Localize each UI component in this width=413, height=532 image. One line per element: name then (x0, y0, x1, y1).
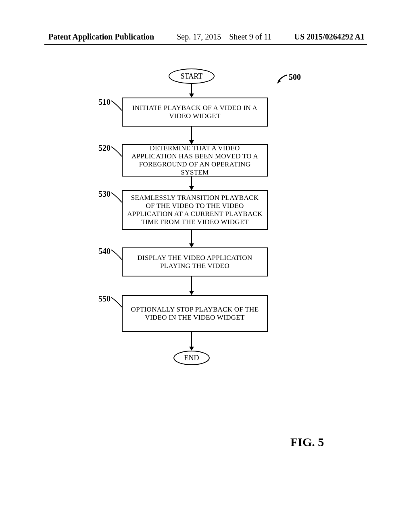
step-label-520: 520 (98, 143, 111, 153)
step-text-550: OPTIONALLY STOP PLAYBACK OF THE VIDEO IN… (127, 305, 263, 322)
step-text-530: SEAMLESSLY TRANSITION PLAYBACK OF THE VI… (127, 194, 263, 226)
arrow-530-to-540 (188, 230, 195, 248)
callout-line-530 (111, 193, 123, 209)
step-box-510: INITIATE PLAYBACK OF A VIDEO IN A VIDEO … (122, 98, 268, 127)
figure-ref-number: 500 (289, 73, 301, 82)
step-box-520: DETERMINE THAT A VIDEO APPLICATION HAS B… (122, 144, 268, 177)
end-label: END (184, 354, 199, 362)
callout-line-540 (111, 250, 123, 266)
flowchart-diagram: START 500 INITIATE PLAYBACK OF A VIDEO I… (0, 69, 413, 399)
figure-ref-arrow-icon (276, 74, 288, 85)
arrow-510-to-520 (188, 127, 195, 145)
step-text-540: DISPLAY THE VIDEO APPLICATION PLAYING TH… (127, 254, 263, 270)
header-sheet: Sheet 9 of 11 (229, 32, 271, 41)
step-label-530: 530 (98, 189, 111, 199)
start-label: START (181, 72, 202, 81)
start-node: START (169, 69, 215, 84)
end-node: END (173, 351, 210, 365)
svg-marker-10 (189, 291, 194, 295)
step-box-530: SEAMLESSLY TRANSITION PLAYBACK OF THE VI… (122, 190, 268, 230)
step-box-550: OPTIONALLY STOP PLAYBACK OF THE VIDEO IN… (122, 295, 268, 332)
figure-caption: FIG. 5 (290, 435, 324, 449)
arrow-520-to-530 (188, 177, 195, 191)
svg-marker-8 (189, 243, 194, 247)
header-date: Sep. 17, 2015 (177, 32, 221, 41)
step-label-540: 540 (98, 247, 111, 256)
step-label-510: 510 (98, 98, 111, 107)
arrow-550-to-end (188, 332, 195, 351)
arrow-540-to-550 (188, 276, 195, 296)
step-label-550: 550 (98, 294, 111, 303)
header-right: US 2015/0264292 A1 (294, 32, 365, 42)
arrow-start-to-510 (188, 84, 195, 98)
header-left: Patent Application Publication (48, 32, 154, 42)
header-rule (44, 44, 367, 45)
svg-marker-12 (189, 347, 194, 351)
callout-line-520 (111, 147, 123, 163)
callout-line-510 (111, 101, 123, 117)
svg-marker-6 (189, 186, 194, 190)
svg-marker-2 (189, 94, 194, 98)
callout-line-550 (111, 297, 123, 314)
page-header: Patent Application Publication Sep. 17, … (0, 32, 413, 42)
svg-marker-4 (189, 140, 194, 144)
header-center: Sep. 17, 2015 Sheet 9 of 11 (177, 32, 271, 42)
step-box-540: DISPLAY THE VIDEO APPLICATION PLAYING TH… (122, 247, 268, 276)
step-text-510: INITIATE PLAYBACK OF A VIDEO IN A VIDEO … (127, 104, 263, 120)
step-text-520: DETERMINE THAT A VIDEO APPLICATION HAS B… (127, 144, 263, 177)
